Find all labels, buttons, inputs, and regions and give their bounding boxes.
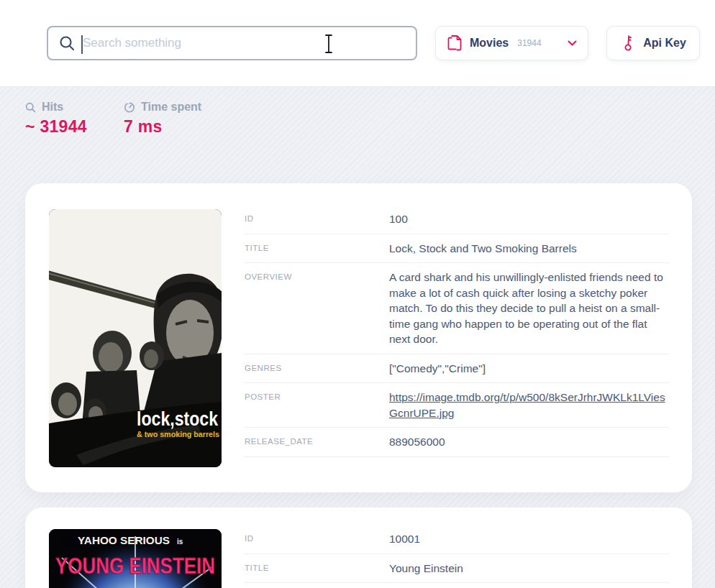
gauge-icon (124, 101, 135, 113)
index-name: Movies (470, 37, 509, 50)
index-doc-count: 31944 (517, 38, 541, 48)
time-spent-label: Time spent (141, 101, 201, 114)
search-stats: Hits ~ 31944 Time spent 7 ms (25, 101, 222, 137)
documents-icon (447, 35, 463, 52)
poster-title-text: lock,stock (137, 408, 219, 430)
document-fields: ID 100 TITLE Lock, Stock and Two Smoking… (245, 211, 669, 467)
api-key-button[interactable]: Api Key (606, 26, 700, 60)
field-row-title: TITLE Young Einstein (245, 554, 669, 584)
hits-value: ~ 31944 (25, 117, 124, 137)
time-spent-stat: Time spent 7 ms (124, 101, 222, 137)
field-row-overview: OVERVIEW A card shark and his unwillingl… (245, 263, 669, 354)
chevron-down-icon[interactable] (568, 40, 577, 47)
text-caret (81, 35, 83, 54)
field-row-id: ID 100 (245, 211, 669, 234)
search-box[interactable] (47, 26, 417, 60)
document-fields: ID 10001 TITLE Young Einstein OVERVIEW A… (245, 531, 669, 588)
field-row-release-date: RELEASE_DATE 889056000 (245, 428, 669, 457)
poster-title-text: YOUNG EINSTEIN (55, 553, 215, 579)
result-card-lock-stock: lock,stock & two smoking barrels ID 100 … (25, 183, 692, 492)
movie-poster-image: YAHOO SERIOUS is YOUNG EINSTEIN (49, 529, 222, 588)
api-key-label: Api Key (643, 37, 686, 50)
field-row-poster: POSTER https://image.tmdb.org/t/p/w500/8… (245, 383, 669, 428)
field-row-title: TITLE Lock, Stock and Two Smoking Barrel… (245, 234, 669, 264)
poster-artist-text: YAHOO SERIOUS (78, 534, 170, 546)
results-list: lock,stock & two smoking barrels ID 100 … (25, 183, 692, 588)
poster-subtitle-text: & two smoking barrels (137, 430, 219, 438)
key-icon (620, 35, 637, 52)
poster-url-link[interactable]: https://image.tmdb.org/t/p/w500/8kSerJrh… (389, 390, 669, 421)
field-row-genres: GENRES ["Comedy","Crime"] (245, 354, 669, 384)
result-card-young-einstein: YAHOO SERIOUS is YOUNG EINSTEIN ID 10001… (25, 507, 692, 588)
time-spent-value: 7 ms (124, 117, 222, 137)
movie-poster-image: lock,stock & two smoking barrels (49, 209, 222, 467)
hits-magnifier-icon (25, 102, 36, 113)
field-row-id: ID 10001 (245, 531, 669, 554)
search-icon (58, 35, 76, 52)
hits-stat: Hits ~ 31944 (25, 101, 124, 137)
field-row-overview: OVERVIEW Albert Einstein is the son of a… (245, 583, 669, 588)
index-selector-dropdown[interactable]: Movies 31944 (435, 26, 588, 60)
search-input[interactable] (76, 36, 406, 50)
poster-is-text: is (177, 538, 183, 546)
hits-label: Hits (42, 101, 63, 114)
top-bar: Movies 31944 Api Key (0, 0, 715, 87)
